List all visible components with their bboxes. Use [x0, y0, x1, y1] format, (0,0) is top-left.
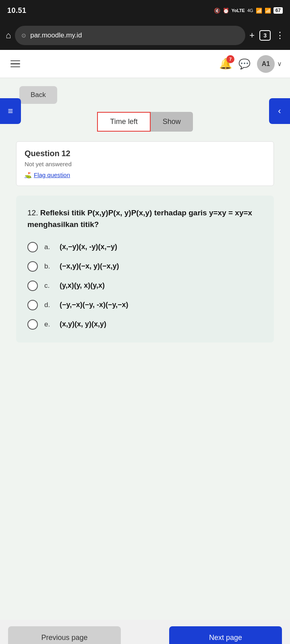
answer-option-e[interactable]: e. (x,y)(x, y)(x,y) [27, 319, 263, 330]
radio-d[interactable] [27, 300, 38, 310]
option-label-e: e. [44, 320, 53, 328]
option-text-c: (y,x)(y, x)(y,x) [60, 281, 105, 290]
content-wrapper: Back Time left Show Question 12 Not yet … [16, 86, 274, 343]
network-4g-icon: 4G [247, 8, 253, 13]
status-icons: 🔇 ⏰ YoLTE 4G 📶 📶 67 [214, 7, 283, 14]
new-tab-button[interactable]: + [249, 30, 255, 41]
question-info-card: Question 12 Not yet answered ⛳ Flag ques… [16, 141, 274, 186]
question-text: 12. Refleksi titik P(x,y)P(x, y)P(x,y) t… [27, 207, 263, 231]
chevron-left-icon: ‹ [278, 106, 281, 116]
option-label-b: b. [44, 262, 53, 270]
url-text: par.moodle.my.id [30, 31, 239, 39]
hamburger-button[interactable] [8, 58, 23, 70]
question-label: Question [25, 149, 60, 158]
previous-page-button[interactable]: Previous page [8, 626, 121, 644]
answer-option-c[interactable]: c. (y,x)(y, x)(y,x) [27, 281, 263, 291]
notification-badge: 7 [226, 55, 234, 63]
option-text-d: (−y,−x)(−y, -x)(−y,−x) [60, 301, 128, 309]
radio-a[interactable] [27, 242, 38, 252]
list-icon: ≡ [8, 106, 13, 116]
option-label-a: a. [44, 243, 53, 251]
chat-icon[interactable]: 💬 [238, 58, 251, 70]
side-nav-left-button[interactable]: ≡ [0, 98, 21, 124]
status-bar: 10.51 🔇 ⏰ YoLTE 4G 📶 📶 67 [0, 0, 290, 21]
next-page-button[interactable]: Next page [169, 626, 282, 644]
url-icon: ⊙ [21, 32, 26, 39]
wifi-signal-icon: 📶 [265, 8, 271, 14]
radio-c[interactable] [27, 281, 38, 291]
radio-b[interactable] [27, 261, 38, 272]
browser-bar: ⌂ ⊙ par.moodle.my.id + 3 ⋮ [0, 21, 290, 50]
app-header: 🔔 7 💬 A1 ∨ [0, 50, 290, 78]
answer-options: a. (x,−y)(x, -y)(x,−y) b. (−x,y)(−x, y)(… [27, 242, 263, 330]
radio-e[interactable] [27, 319, 38, 330]
battery-indicator: 67 [273, 7, 283, 14]
option-text-a: (x,−y)(x, -y)(x,−y) [60, 243, 117, 251]
signal-mute-icon: 🔇 [214, 8, 220, 14]
option-label-c: c. [44, 282, 53, 290]
option-text-b: (−x,y)(−x, y)(−x,y) [60, 262, 119, 270]
home-button[interactable]: ⌂ [6, 30, 11, 41]
user-avatar[interactable]: A1 [257, 55, 275, 73]
option-label-d: d. [44, 301, 53, 309]
lte-icon: YoLTE [232, 8, 245, 13]
chevron-down-icon[interactable]: ∨ [277, 60, 282, 68]
flag-label: Flag question [34, 171, 70, 178]
answer-option-d[interactable]: d. (−y,−x)(−y, -x)(−y,−x) [27, 300, 263, 310]
question-title: Question 12 [25, 149, 265, 158]
flag-question-link[interactable]: ⛳ Flag question [25, 171, 265, 178]
show-button[interactable]: Show [151, 112, 193, 132]
bottom-nav-bar: Previous page Next page [0, 620, 290, 644]
question-number: 12 [61, 149, 70, 158]
flag-icon: ⛳ [25, 172, 31, 178]
alarm-icon: ⏰ [223, 8, 229, 14]
notification-button[interactable]: 🔔 7 [219, 58, 232, 70]
question-card: 12. Refleksi titik P(x,y)P(x, y)P(x,y) t… [16, 196, 274, 343]
answer-option-b[interactable]: b. (−x,y)(−x, y)(−x,y) [27, 261, 263, 272]
time-left-box: Time left [97, 112, 150, 132]
option-text-e: (x,y)(x, y)(x,y) [60, 320, 106, 328]
status-time: 10.51 [7, 6, 27, 15]
header-right: 🔔 7 💬 A1 ∨ [219, 55, 282, 73]
browser-menu-button[interactable]: ⋮ [276, 30, 284, 41]
question-status: Not yet answered [25, 161, 265, 167]
main-content: ≡ ‹ Back Time left Show Question 12 Not … [0, 78, 290, 620]
question-inline-number: 12. [27, 208, 40, 217]
answer-option-a[interactable]: a. (x,−y)(x, -y)(x,−y) [27, 242, 263, 252]
back-button[interactable]: Back [19, 86, 57, 104]
tabs-count[interactable]: 3 [259, 30, 271, 41]
timer-row: Time left Show [16, 112, 274, 132]
signal-bars-icon: 📶 [256, 8, 262, 14]
side-nav-right-button[interactable]: ‹ [269, 98, 290, 124]
url-bar[interactable]: ⊙ par.moodle.my.id [15, 26, 245, 45]
browser-actions: + 3 ⋮ [249, 30, 284, 41]
